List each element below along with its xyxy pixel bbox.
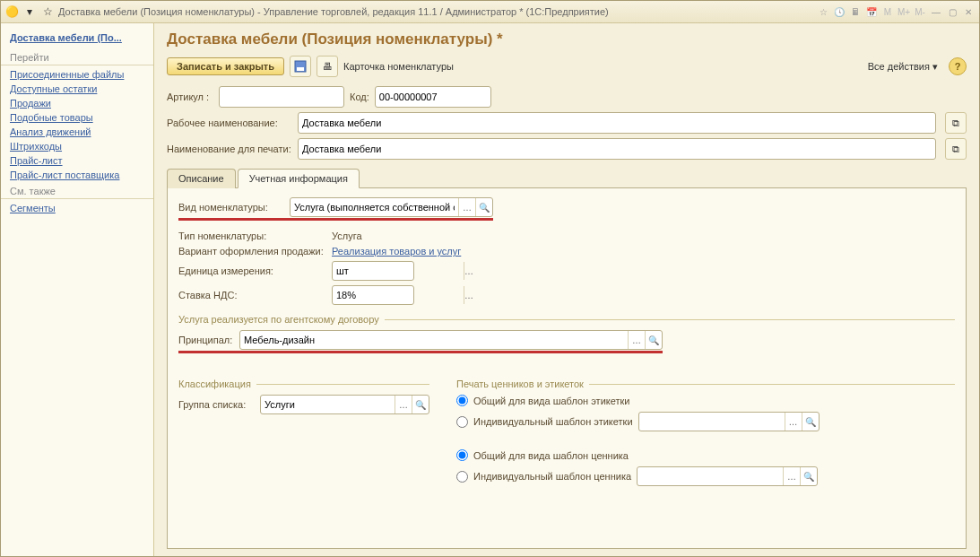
kind-search-icon[interactable]: 🔍: [475, 198, 492, 216]
vat-input[interactable]: [333, 286, 464, 304]
card-link[interactable]: Карточка номенклатуры: [343, 61, 454, 72]
group-ellipsis-icon[interactable]: …: [395, 396, 412, 413]
principal-label: Принципал:: [178, 335, 234, 345]
fav-icon[interactable]: ☆: [816, 5, 830, 18]
star-icon[interactable]: ☆: [40, 4, 55, 19]
work-name-label: Рабочее наименование:: [167, 117, 292, 128]
vat-ellipsis-icon[interactable]: …: [464, 286, 473, 304]
calendar-icon[interactable]: 📅: [864, 5, 879, 18]
print-card-icon[interactable]: 🖶: [317, 56, 338, 77]
dropdown-icon[interactable]: ▾: [22, 4, 37, 19]
classif-section-title: Классификация: [178, 379, 429, 389]
sidebar-link-pricelist[interactable]: Прайс-лист: [1, 153, 153, 168]
minimize-icon[interactable]: —: [929, 5, 943, 18]
unit-combo[interactable]: …: [332, 261, 414, 281]
titlebar: 🟡 ▾ ☆ Доставка мебели (Позиция номенклат…: [1, 1, 979, 23]
m-button[interactable]: M: [880, 5, 895, 18]
principal-ellipsis-icon[interactable]: …: [628, 331, 645, 349]
type-label: Тип номенклатуры:: [178, 231, 326, 241]
all-actions[interactable]: Все действия ▾: [868, 61, 938, 73]
sidebar-link-stock[interactable]: Доступные остатки: [1, 82, 153, 96]
sidebar: Доставка мебели (По... Перейти Присоедин…: [1, 23, 154, 556]
radio-price-common[interactable]: [456, 449, 468, 461]
sidebar-link-barcodes[interactable]: Штрихкоды: [1, 139, 153, 153]
radio-label-individual[interactable]: [456, 416, 468, 428]
print-section-title: Печать ценников и этикеток: [456, 379, 955, 389]
sidebar-link-segments[interactable]: Сегменты: [1, 201, 153, 215]
tab-description[interactable]: Описание: [167, 169, 236, 188]
code-input[interactable]: [375, 86, 491, 108]
label-individual-combo[interactable]: … 🔍: [638, 412, 820, 431]
m-minus-button[interactable]: M-: [913, 5, 927, 18]
print-name-input[interactable]: [298, 138, 936, 160]
copy-icon-2[interactable]: ⧉: [945, 138, 967, 160]
main-area: Доставка мебели (Позиция номенклатуры) *…: [154, 23, 979, 556]
unit-label: Единица измерения:: [178, 265, 326, 276]
toolbar: Записать и закрыть 🖶 Карточка номенклату…: [167, 56, 967, 77]
group-combo[interactable]: … 🔍: [260, 395, 429, 414]
sidebar-title[interactable]: Доставка мебели (По...: [1, 30, 153, 48]
vat-label: Ставка НДС:: [178, 290, 326, 300]
group-label: Группа списка:: [178, 399, 255, 410]
principal-search-icon[interactable]: 🔍: [645, 331, 662, 349]
copy-icon[interactable]: ⧉: [945, 112, 967, 134]
m-plus-button[interactable]: M+: [897, 5, 911, 18]
group-input[interactable]: [261, 396, 395, 413]
code-label: Код:: [350, 91, 369, 102]
label-ind-search-icon[interactable]: 🔍: [802, 413, 819, 431]
radio-price-individual[interactable]: [456, 471, 468, 483]
kind-label: Вид номенклатуры:: [178, 202, 284, 213]
app-icon: 🟡: [4, 4, 19, 19]
radio-label-common[interactable]: [456, 395, 468, 406]
article-input[interactable]: [219, 86, 344, 108]
sidebar-link-files[interactable]: Присоединенные файлы: [1, 67, 153, 82]
principal-combo[interactable]: … 🔍: [239, 330, 663, 350]
tab-accounting[interactable]: Учетная информация: [238, 169, 360, 188]
type-value: Услуга: [332, 231, 362, 241]
page-title: Доставка мебели (Позиция номенклатуры) *: [167, 30, 967, 48]
tab-content: Вид номенклатуры: … 🔍 Тип номенклатуры: …: [167, 188, 967, 549]
group-search-icon[interactable]: 🔍: [412, 396, 429, 413]
label-individual-input[interactable]: [639, 413, 785, 431]
kind-combo[interactable]: … 🔍: [290, 197, 493, 217]
kind-input[interactable]: [291, 198, 458, 216]
radio-label-common-text: Общий для вида шаблон этикетки: [473, 396, 629, 406]
work-name-input[interactable]: [298, 112, 936, 134]
save-close-button[interactable]: Записать и закрыть: [167, 57, 284, 75]
principal-input[interactable]: [240, 331, 628, 349]
price-ind-search-icon[interactable]: 🔍: [800, 467, 817, 485]
sidebar-group-head-2: См. также: [1, 182, 153, 199]
unit-input[interactable]: [333, 262, 464, 280]
unit-ellipsis-icon[interactable]: …: [464, 262, 473, 280]
sidebar-group-head-1: Перейти: [1, 48, 153, 65]
sidebar-link-analysis[interactable]: Анализ движений: [1, 125, 153, 139]
print-name-label: Наименование для печати:: [167, 144, 292, 154]
radio-price-individual-text: Индивидуальный шаблон ценника: [473, 471, 631, 482]
maximize-icon[interactable]: ▢: [945, 5, 959, 18]
label-ind-ellipsis-icon[interactable]: …: [785, 413, 802, 431]
agent-section-title: Услуга реализуется по агентскому договор…: [178, 314, 955, 325]
vat-combo[interactable]: …: [332, 285, 414, 305]
svg-rect-1: [297, 67, 304, 71]
kind-ellipsis-icon[interactable]: …: [458, 198, 475, 216]
radio-price-common-text: Общий для вида шаблон ценника: [473, 450, 629, 461]
history-icon[interactable]: 🕓: [832, 5, 846, 18]
calc-icon[interactable]: 🖩: [848, 5, 863, 18]
variant-value[interactable]: Реализация товаров и услуг: [332, 246, 461, 257]
variant-label: Вариант оформления продажи:: [178, 246, 326, 257]
price-ind-ellipsis-icon[interactable]: …: [783, 467, 800, 485]
tabs: Описание Учетная информация: [167, 168, 967, 188]
help-icon[interactable]: ?: [949, 57, 967, 75]
window-title: Доставка мебели (Позиция номенклатуры) -…: [58, 6, 812, 17]
price-individual-input[interactable]: [637, 467, 783, 485]
sidebar-link-supplier-pricelist[interactable]: Прайс-лист поставщика: [1, 168, 153, 182]
save-icon[interactable]: [290, 56, 311, 77]
close-icon[interactable]: ✕: [961, 5, 976, 18]
sidebar-link-similar[interactable]: Подобные товары: [1, 110, 153, 125]
sidebar-link-sales[interactable]: Продажи: [1, 96, 153, 110]
price-individual-combo[interactable]: … 🔍: [637, 466, 818, 486]
article-label: Артикул :: [167, 91, 213, 102]
radio-label-individual-text: Индивидуальный шаблон этикетки: [473, 416, 633, 427]
